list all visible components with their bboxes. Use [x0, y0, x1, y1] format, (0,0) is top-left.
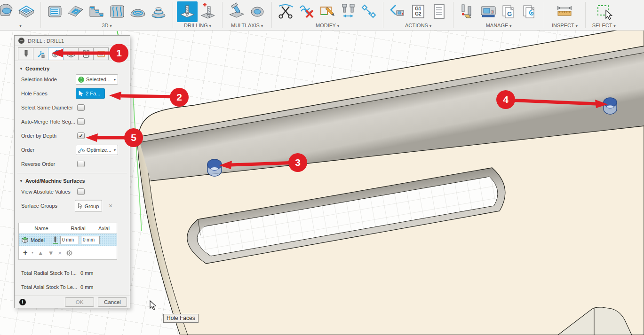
order-by-depth-checkbox[interactable]: ✓: [77, 132, 85, 139]
info-icon[interactable]: i: [19, 299, 26, 305]
machine-library-icon[interactable]: [478, 1, 499, 22]
3d-scallop-icon[interactable]: [107, 1, 127, 22]
swarf-icon[interactable]: [226, 1, 247, 22]
trim-toolpath-icon[interactable]: [276, 1, 296, 22]
select-same-diameter-row: Select Same Diameter: [15, 101, 130, 115]
post-library-icon[interactable]: G: [499, 1, 519, 22]
edit-toolpath-icon[interactable]: [317, 1, 338, 22]
setup-sheet-icon[interactable]: [429, 1, 449, 22]
toolbar-group-select: SELECT▾: [587, 0, 621, 30]
delete-group-button[interactable]: ×: [58, 249, 62, 257]
measure-icon[interactable]: [554, 1, 575, 22]
toolbar-group-multiaxis-label[interactable]: MULTI-AXIS▾: [231, 23, 263, 28]
toolbar-group-modify-label[interactable]: MODIFY▾: [316, 23, 339, 28]
hole-faces-button[interactable]: 2 Fa...: [76, 88, 105, 99]
order-label: Order: [21, 147, 34, 153]
tab-tool[interactable]: [18, 47, 33, 60]
3d-adaptive-icon[interactable]: [45, 1, 65, 22]
select-same-diameter-checkbox[interactable]: [77, 104, 85, 111]
hole-marker-2[interactable]: [604, 98, 617, 114]
hole-marker-1[interactable]: [207, 159, 222, 176]
selection-mode-dropdown[interactable]: Selected... ▾: [76, 74, 118, 85]
add-group-button[interactable]: +: [23, 249, 27, 257]
toolbar-group-select-label[interactable]: SELECT▾: [592, 23, 616, 28]
surface-groups-button[interactable]: Group: [75, 200, 102, 212]
drill-dialog: – DRILL : DRILL1 ▼Geometry: [14, 35, 130, 308]
generate-gcode-icon[interactable]: G1G2: [408, 1, 429, 22]
table-row[interactable]: Model: [19, 234, 117, 246]
clear-surface-groups-icon[interactable]: ×: [109, 202, 112, 210]
3d-spiral-icon[interactable]: [127, 1, 148, 22]
svg-text:G: G: [507, 10, 512, 17]
dialog-titlebar[interactable]: – DRILL : DRILL1: [15, 36, 130, 46]
toolbar-group-actions-label[interactable]: ACTIONS▾: [405, 23, 431, 28]
auto-merge-row: Auto-Merge Hole Seg...: [15, 115, 130, 129]
tab-setup[interactable]: [33, 47, 48, 60]
3d-morphed-spiral-icon[interactable]: [148, 1, 169, 22]
move-up-button[interactable]: ▲: [38, 249, 44, 257]
total-radial-value: 0 mm: [80, 270, 94, 276]
toolbar-group-caret[interactable]: ▾: [18, 23, 21, 28]
toolbar-separator: [453, 2, 453, 28]
drill-new-icon[interactable]: [198, 1, 218, 22]
radial-stock-input[interactable]: [60, 236, 79, 244]
tab-linking[interactable]: [93, 47, 109, 60]
view-absolute-label: View Absolute Values: [21, 189, 71, 195]
axial-stock-input[interactable]: [81, 236, 100, 244]
toolbar-group-3d-label[interactable]: 3D▾: [102, 23, 111, 28]
toolbar-group-inspect: INSPECT▾: [545, 0, 584, 30]
3d-pocket-icon[interactable]: [65, 1, 86, 22]
move-down-button[interactable]: ▼: [48, 249, 54, 257]
add-group-caret[interactable]: ▾: [32, 251, 33, 255]
toolbar-group-manage-label[interactable]: MANAGE▾: [486, 23, 512, 28]
toolbar-group-drilling-label[interactable]: DRILLING▾: [184, 23, 211, 28]
toolbar-group-actions: G1G2 ACTIONS▾: [384, 0, 452, 30]
total-radial-label: Total Radial Stock To I...: [21, 270, 77, 276]
mouse-cursor: [150, 300, 157, 313]
dialog-title: DRILL : DRILL1: [28, 38, 64, 44]
row-name: Model: [31, 237, 50, 243]
selection-mode-label: Selection Mode: [21, 77, 57, 82]
select-same-diameter-label: Select Same Diameter: [21, 105, 73, 110]
toolbar-group-inspect-label[interactable]: INSPECT▾: [552, 23, 578, 28]
toolbar-separator: [222, 2, 223, 28]
face-icon[interactable]: [16, 1, 37, 22]
delete-passes-icon[interactable]: [296, 1, 317, 22]
gear-icon[interactable]: [66, 249, 73, 257]
avoid-section-header[interactable]: ▼Avoid/Machine Surfaces: [15, 173, 130, 185]
geometry-section-header[interactable]: ▼Geometry: [15, 61, 130, 72]
tool-library-icon[interactable]: [457, 1, 478, 22]
order-dropdown[interactable]: Optimize... ▾: [76, 145, 118, 155]
auto-merge-checkbox[interactable]: [77, 118, 85, 125]
surface-groups-label: Surface Groups: [21, 203, 57, 209]
optimize-order-icon: [78, 147, 85, 153]
tab-heights[interactable]: [63, 47, 79, 60]
2d-strategy-icon[interactable]: [0, 1, 16, 22]
drill-icon[interactable]: [177, 1, 198, 22]
ribbon-toolbar: ▾: [0, 0, 644, 31]
reverse-order-checkbox[interactable]: [77, 161, 85, 167]
3d-parallel-icon[interactable]: [86, 1, 107, 22]
ok-button[interactable]: OK: [65, 297, 94, 307]
template-library-icon[interactable]: [519, 1, 540, 22]
app-window: ▾: [0, 0, 644, 335]
rotary-icon[interactable]: [247, 1, 268, 22]
order-by-depth-label: Order by Depth: [21, 133, 56, 139]
tab-cycle[interactable]: [78, 47, 94, 60]
compare-holders-icon[interactable]: [338, 1, 358, 22]
cancel-button[interactable]: Cancel: [98, 297, 127, 307]
selection-mode-row: Selection Mode Selected... ▾: [15, 72, 130, 86]
order-by-depth-row: Order by Depth ✓: [15, 129, 130, 143]
toolbar-group-3d: 3D▾: [42, 0, 172, 30]
order-row: Order Optimize... ▾: [15, 143, 130, 157]
tab-geometry[interactable]: [48, 47, 64, 60]
table-header: Name Radial Axial: [19, 223, 117, 234]
toolbar-separator: [271, 2, 272, 28]
selected-faces-icon: [78, 77, 84, 83]
view-absolute-checkbox[interactable]: [77, 188, 85, 195]
svg-text:G2: G2: [415, 11, 421, 16]
selection-tools-icon[interactable]: [594, 1, 614, 22]
post-process-icon[interactable]: [387, 1, 408, 22]
collapse-icon[interactable]: –: [18, 38, 24, 44]
move-points-icon[interactable]: [358, 1, 379, 22]
